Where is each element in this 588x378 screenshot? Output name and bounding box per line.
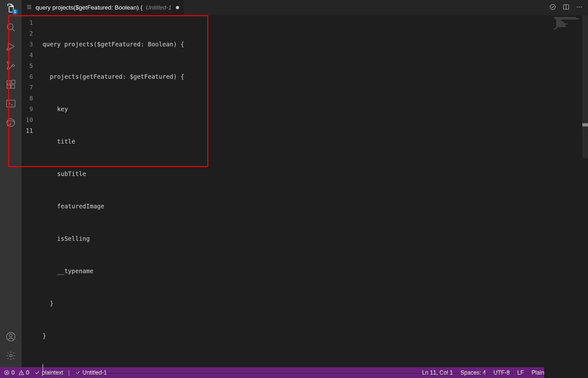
- code-line: projects(getFeatured: $getFeatured) {: [43, 71, 544, 82]
- source-control-icon[interactable]: [6, 60, 16, 71]
- separator: |: [68, 369, 70, 376]
- split-editor-icon[interactable]: [563, 3, 570, 12]
- line-number: 10: [22, 114, 33, 125]
- svg-point-15: [9, 334, 12, 337]
- svg-point-4: [7, 61, 10, 64]
- svg-point-6: [12, 64, 15, 67]
- svg-point-20: [550, 4, 556, 10]
- code-line: key: [43, 104, 544, 114]
- code-line: }: [43, 298, 544, 309]
- tab-title: query projects($getFeatured: Boolean) {: [36, 4, 143, 11]
- tab-untitled-1[interactable]: query projects($getFeatured: Boolean) { …: [22, 0, 184, 15]
- svg-point-5: [7, 67, 10, 70]
- line-number: 7: [22, 82, 33, 93]
- editor-group: query projects($getFeatured: Boolean) { …: [22, 0, 588, 367]
- line-number: 1: [22, 17, 33, 28]
- text-editor[interactable]: 1 2 3 4 5 6 7 8 9 10 11 query projects($…: [22, 15, 544, 378]
- svg-rect-8: [7, 85, 10, 88]
- settings-gear-icon[interactable]: [6, 351, 16, 361]
- tab-bar: query projects($getFeatured: Boolean) { …: [22, 0, 588, 15]
- code-line: subTitle: [43, 168, 544, 179]
- activity-bar: 1: [0, 0, 22, 367]
- list-icon: [26, 4, 32, 11]
- explorer-badge: 1: [12, 9, 18, 15]
- cursor: [43, 364, 43, 372]
- scrollbar-thumb[interactable]: [582, 15, 588, 158]
- svg-point-24: [579, 7, 580, 8]
- code-line: query projects($getFeatured: Boolean) {: [43, 39, 544, 50]
- svg-rect-9: [11, 85, 15, 88]
- run-debug-icon[interactable]: [6, 41, 16, 51]
- vertical-scrollbar[interactable]: [582, 15, 588, 378]
- dirty-indicator-icon: [176, 6, 179, 9]
- terminal-icon[interactable]: [6, 98, 16, 109]
- tab-subtitle: Untitled-1: [146, 4, 171, 11]
- line-number: 11: [22, 125, 33, 136]
- svg-point-0: [7, 24, 13, 30]
- svg-rect-7: [7, 81, 10, 84]
- code-line: __typename: [43, 266, 544, 276]
- extensions-icon[interactable]: [6, 79, 16, 90]
- run-action-icon[interactable]: [549, 3, 556, 12]
- code-line: featuredImage: [43, 201, 544, 212]
- svg-rect-10: [12, 80, 15, 84]
- line-number: 9: [22, 104, 33, 114]
- error-count: 0: [11, 369, 15, 376]
- line-number: 8: [22, 93, 33, 104]
- code-content[interactable]: query projects($getFeatured: Boolean) { …: [39, 15, 544, 378]
- svg-point-25: [581, 7, 582, 8]
- line-number: 6: [22, 71, 33, 82]
- svg-line-1: [12, 29, 15, 31]
- code-line: title: [43, 136, 544, 147]
- line-number-gutter: 1 2 3 4 5 6 7 8 9 10 11: [22, 15, 39, 378]
- code-line: }: [43, 330, 544, 341]
- line-number: 3: [22, 39, 33, 50]
- explorer-icon[interactable]: 1: [6, 3, 16, 13]
- svg-point-16: [10, 354, 12, 357]
- line-number: 4: [22, 50, 33, 60]
- line-number: 5: [22, 60, 33, 71]
- code-line: isSelling: [43, 233, 544, 244]
- line-number: 2: [22, 28, 33, 39]
- scrollbar-marker: [582, 123, 588, 126]
- edge-icon[interactable]: [6, 118, 16, 128]
- svg-rect-11: [7, 100, 15, 107]
- more-actions-icon[interactable]: [576, 3, 583, 12]
- code-line: [43, 363, 544, 374]
- svg-point-23: [577, 7, 578, 8]
- minimap[interactable]: [544, 15, 582, 378]
- accounts-icon[interactable]: [6, 332, 16, 342]
- search-icon[interactable]: [6, 22, 16, 32]
